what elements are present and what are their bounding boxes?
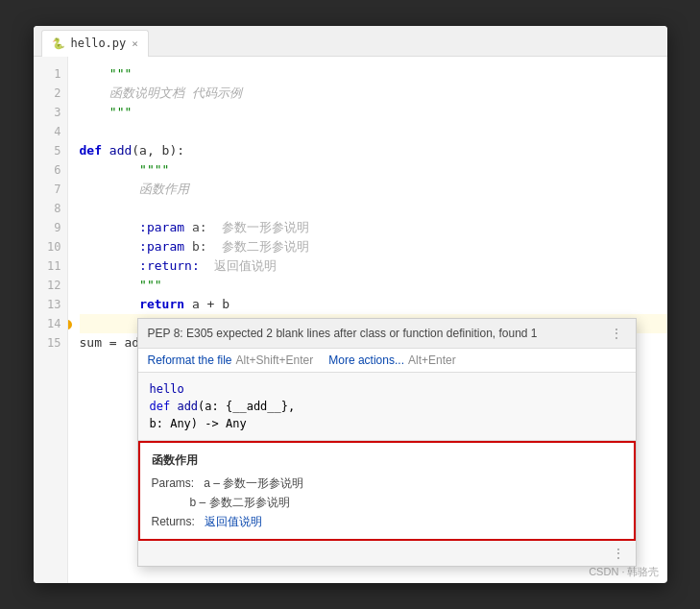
doc-returns: Returns: 返回值说明: [152, 512, 622, 531]
code-line-10: :param b: 参数二形参说明: [80, 237, 667, 256]
editor-window: 🐍 hello.py × 1 2 3 4 5 6 7 8 9 10 11 12 …: [34, 26, 667, 583]
code-line-11: :return: 返回值说明: [80, 256, 667, 276]
code-line-13: return a + b: [80, 295, 667, 314]
line-num: 4: [41, 122, 61, 141]
line-num: 5: [41, 141, 61, 160]
tab-close-button[interactable]: ×: [132, 37, 138, 50]
line-num: 10: [41, 237, 61, 256]
doc-title: 函数作用: [152, 451, 622, 470]
popup-header-menu-icon[interactable]: ⋮: [607, 325, 626, 342]
popup-footer: ⋮: [138, 541, 636, 566]
line-num: 3: [41, 103, 61, 122]
editor-body: 1 2 3 4 5 6 7 8 9 10 11 12 13 14 15 """ …: [34, 57, 667, 583]
reformat-link[interactable]: Reformat the file: [148, 353, 232, 367]
code-line-6: """": [80, 160, 667, 180]
code-line-1: """: [80, 64, 667, 84]
line-num: 7: [41, 180, 61, 199]
popup-message: PEP 8: E305 expected 2 blank lines after…: [148, 327, 538, 340]
code-line-8: [80, 199, 667, 218]
code-preview-line-1: hello: [150, 380, 624, 398]
line-numbers: 1 2 3 4 5 6 7 8 9 10 11 12 13 14 15: [34, 57, 68, 583]
code-line-9: :param a: 参数一形参说明: [80, 218, 667, 237]
code-preview-line-2: def add(a: {__add__},: [150, 398, 624, 415]
line-num: 8: [41, 199, 61, 218]
more-actions-shortcut: Alt+Enter: [408, 353, 456, 367]
code-preview-line-3: b: Any) -> Any: [150, 415, 624, 432]
popup-footer-menu-icon[interactable]: ⋮: [609, 545, 628, 562]
popup-header: PEP 8: E305 expected 2 blank lines after…: [138, 319, 636, 349]
file-icon: 🐍: [52, 37, 65, 50]
line-num: 1: [41, 64, 61, 84]
popup-doc-panel: 函数作用 Params: a – 参数一形参说明 b – 参数二形参说明 Ret…: [138, 441, 636, 541]
warning-icon: [68, 320, 72, 329]
code-line-2: 函数说明文档 代码示例: [80, 84, 667, 103]
doc-param-b: b – 参数二形参说明: [190, 496, 290, 509]
code-line-3: """: [80, 103, 667, 122]
line-num: 6: [41, 160, 61, 180]
doc-param-a: a – 参数一形参说明: [204, 476, 303, 490]
popup-code-preview: hello def add(a: {__add__}, b: Any) -> A…: [138, 373, 636, 441]
line-num: 12: [41, 276, 61, 295]
reformat-shortcut: Alt+Shift+Enter: [236, 353, 314, 367]
watermark: CSDN · 韩骆壳: [589, 565, 659, 579]
tab-label: hello.py: [71, 37, 127, 50]
file-tab[interactable]: 🐍 hello.py ×: [41, 30, 149, 57]
params-label: Params:: [152, 476, 195, 490]
line-num: 11: [41, 256, 61, 276]
line-num: 15: [41, 333, 61, 353]
returns-value: 返回值说明: [205, 515, 262, 528]
tab-bar: 🐍 hello.py ×: [34, 26, 667, 57]
code-line-12: """: [80, 276, 667, 295]
returns-label: Returns:: [152, 515, 195, 528]
doc-param-b-row: b – 参数二形参说明: [152, 493, 622, 512]
line-num: 14: [41, 314, 61, 333]
line-num: 9: [41, 218, 61, 237]
more-actions-link[interactable]: More actions...: [328, 353, 404, 367]
code-line-4: [80, 122, 667, 141]
popup-panel: PEP 8: E305 expected 2 blank lines after…: [137, 318, 637, 567]
code-line-7: 函数作用: [80, 180, 667, 199]
line-num: 2: [41, 84, 61, 103]
code-line-5: def add(a, b):: [80, 141, 667, 160]
line-num: 13: [41, 295, 61, 314]
popup-actions: Reformat the file Alt+Shift+Enter More a…: [138, 349, 636, 373]
doc-params: Params: a – 参数一形参说明: [152, 474, 622, 493]
